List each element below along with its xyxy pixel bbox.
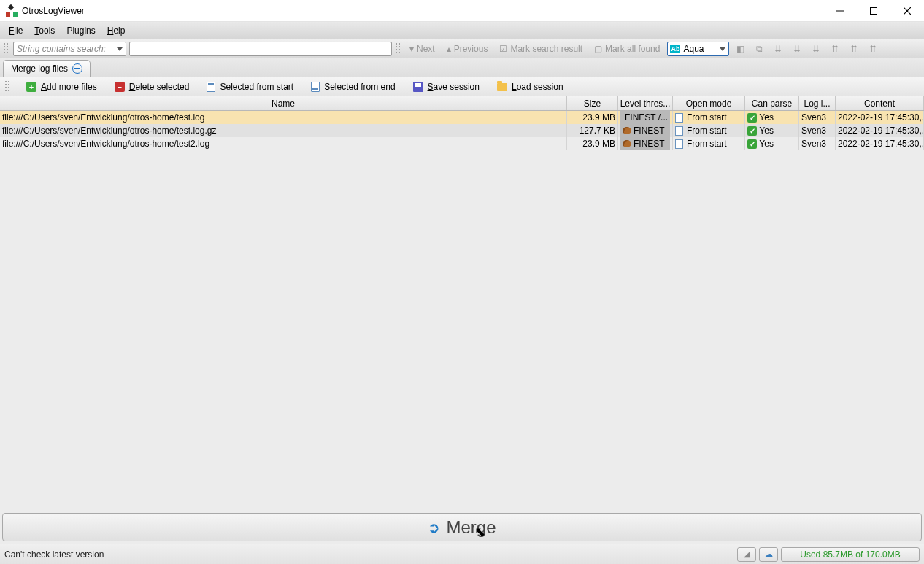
menu-file[interactable]: File: [3, 24, 28, 37]
doc-icon: [675, 126, 683, 136]
folder-icon: [497, 83, 507, 91]
sort-icon-6[interactable]: ⇈: [865, 42, 881, 56]
selected-from-end-button[interactable]: Selected from end: [308, 80, 398, 93]
menu-tools[interactable]: Tools: [28, 24, 61, 37]
previous-button[interactable]: ▴ Previous: [442, 42, 493, 56]
arrow-up-icon: ▴: [447, 44, 451, 54]
svg-line-2: [904, 7, 911, 15]
level-icon: [623, 140, 631, 147]
next-button[interactable]: ▾ Next: [405, 42, 439, 56]
toolbar-icon-2[interactable]: ⧉: [751, 42, 767, 56]
sort-desc-icon[interactable]: ⇊: [789, 42, 805, 56]
toolbar: String contains search: ▾ Next ▴ Previou…: [0, 39, 924, 58]
sort-icon-4[interactable]: ⇈: [827, 42, 843, 56]
doc-icon: [675, 113, 683, 123]
status-button-2[interactable]: ☁: [759, 547, 778, 562]
add-more-files-button[interactable]: + Add more files: [23, 80, 100, 93]
tab-close-icon[interactable]: [72, 63, 82, 74]
status-bar: Can't check latest version ◪ ☁ Used 85.7…: [0, 544, 924, 564]
sort-asc-icon[interactable]: ⇊: [770, 42, 786, 56]
merge-arrow-icon: ➲: [428, 519, 440, 536]
document-icon: ▢: [594, 44, 602, 54]
toolbar-icon-1[interactable]: ◧: [732, 42, 748, 56]
search-mode-label: String contains search:: [17, 44, 106, 54]
col-size[interactable]: Size: [567, 96, 618, 110]
merge-section: ➲ Merge: [0, 511, 924, 544]
files-table: Name Size Level thres... Open mode Can p…: [0, 96, 924, 511]
menu-plugins[interactable]: Plugins: [61, 24, 101, 37]
minus-icon: –: [115, 82, 125, 92]
merge-button[interactable]: ➲ Merge: [2, 513, 922, 541]
delete-selected-button[interactable]: – Delete selected: [112, 80, 193, 93]
table-row[interactable]: file:///C:/Users/sven/Entwicklung/otros-…: [0, 111, 924, 124]
check-icon: ✓: [747, 113, 757, 123]
doc-icon: [675, 139, 683, 149]
color-swatch-icon: Ab: [670, 45, 680, 53]
doc-start-icon: [207, 82, 215, 92]
checkbox-icon: ☑: [499, 44, 507, 54]
save-session-button[interactable]: Save session: [410, 80, 482, 93]
tab-strip: Merge log files: [0, 58, 924, 77]
tab-label: Merge log files: [11, 63, 68, 74]
table-row[interactable]: file:///C:/Users/sven/Entwicklung/otros-…: [0, 137, 924, 150]
tab-merge-log-files[interactable]: Merge log files: [3, 60, 91, 77]
status-button-1[interactable]: ◪: [737, 547, 756, 562]
menu-help[interactable]: Help: [101, 24, 131, 37]
col-importer[interactable]: Log i...: [799, 96, 836, 110]
sort-icon-3[interactable]: ⇊: [808, 42, 824, 56]
maximize-button[interactable]: [857, 0, 890, 22]
mark-search-result-button[interactable]: ☑ Mark search result: [495, 42, 587, 56]
menu-bar: File Tools Plugins Help: [0, 22, 924, 39]
col-name[interactable]: Name: [0, 96, 567, 110]
load-session-button[interactable]: Load session: [494, 80, 566, 93]
col-parse[interactable]: Can parse: [745, 96, 799, 110]
level-icon: [623, 127, 631, 134]
window-title: OtrosLogViewer: [22, 6, 85, 16]
svg-line-3: [904, 7, 911, 15]
col-open[interactable]: Open mode: [673, 96, 745, 110]
color-select-label: Aqua: [683, 44, 704, 54]
save-icon: [413, 82, 423, 92]
table-row[interactable]: file:///C:/Users/sven/Entwicklung/otros-…: [0, 124, 924, 137]
col-level[interactable]: Level thres...: [618, 96, 673, 110]
doc-end-icon: [311, 82, 320, 92]
minimize-button[interactable]: [823, 0, 857, 22]
title-bar: OtrosLogViewer: [0, 0, 924, 22]
selected-from-start-button[interactable]: Selected from start: [204, 80, 296, 93]
plus-icon: +: [26, 82, 36, 92]
highlight-color-select[interactable]: Ab Aqua: [667, 42, 729, 56]
action-grip[interactable]: [4, 80, 10, 93]
svg-rect-1: [871, 7, 877, 14]
check-icon: ✓: [747, 139, 757, 149]
app-icon: [6, 5, 18, 17]
table-body: file:///C:/Users/sven/Entwicklung/otros-…: [0, 111, 924, 511]
check-icon: ✓: [747, 126, 757, 136]
arrow-down-icon: ▾: [409, 44, 414, 54]
toolbar-grip-2[interactable]: [395, 42, 401, 55]
search-mode-select[interactable]: String contains search:: [13, 42, 126, 56]
mark-all-found-button[interactable]: ▢ Mark all found: [590, 42, 664, 56]
status-message: Can't check latest version: [4, 549, 734, 560]
search-input[interactable]: [129, 42, 392, 56]
action-bar: + Add more files – Delete selected Selec…: [0, 77, 924, 96]
memory-indicator[interactable]: Used 85.7MB of 170.0MB: [781, 547, 920, 562]
close-button[interactable]: [890, 0, 924, 22]
sort-icon-5[interactable]: ⇈: [846, 42, 862, 56]
col-content[interactable]: Content: [836, 96, 924, 110]
toolbar-grip[interactable]: [3, 42, 9, 55]
table-header: Name Size Level thres... Open mode Can p…: [0, 96, 924, 111]
